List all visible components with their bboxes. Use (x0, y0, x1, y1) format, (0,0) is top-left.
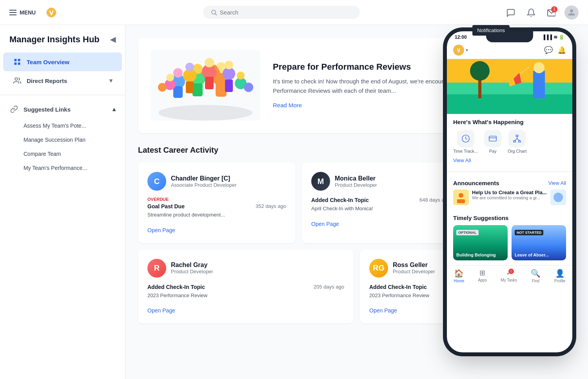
open-page-link-rachel[interactable]: Open Page (147, 307, 175, 314)
mail-icon-button[interactable]: 1 (544, 5, 558, 20)
chat-icon-button[interactable] (503, 5, 517, 20)
sidebar-item-direct-reports[interactable]: Direct Reports ▾ (3, 71, 122, 90)
suggested-links-header[interactable]: Suggested Links ▴ (0, 100, 125, 119)
card-activity-title: Added Check-In Topic (311, 197, 369, 203)
card-activity-desc: April Check-In with Monica! (311, 205, 450, 213)
activity-card-monica: M Monica Beller Product Developer Added … (302, 162, 459, 243)
svg-point-43 (534, 62, 544, 73)
card-days: 352 days ago (256, 203, 286, 209)
phone-chat-icon[interactable]: 💬 (544, 46, 553, 54)
phone-nav-home[interactable]: 🏠 Home (454, 269, 465, 283)
card-name: Rachel Gray (171, 262, 213, 269)
svg-point-33 (166, 74, 174, 81)
timely-card-1[interactable]: NOT STARTED Leave of Abser... (512, 225, 566, 260)
phone-nav-apps-label: Apps (478, 278, 487, 282)
not-started-badge: NOT STARTED (515, 230, 543, 235)
card-activity-title: Added Check-In Topic (147, 284, 205, 290)
apps-icon: ⊞ (479, 269, 485, 277)
find-icon: 🔍 (531, 269, 541, 278)
phone-topbar: ▾ 💬 🔔 (447, 42, 572, 59)
nav-icons: 1 (503, 5, 579, 20)
optional-badge: OPTIONAL (456, 230, 479, 235)
chevron-down-icon: ▾ (109, 77, 113, 84)
card-role: Product Developer (393, 269, 435, 274)
sidebar-divider (0, 95, 125, 95)
announcement-text: Help Us to Create a Great Pla... We are … (472, 190, 547, 200)
phone-time-track-icon[interactable]: Time Track... (453, 130, 478, 153)
phone-nav-find-label: Find (532, 279, 539, 283)
phone-whats-happening: Here's What's Happening Time Track... Pa… (447, 114, 572, 168)
notifications-icon-button[interactable] (524, 5, 538, 20)
phone-divider (447, 171, 572, 172)
suggested-links-title: Suggested Links (24, 106, 71, 113)
sidebar-collapse-button[interactable]: ◀ (110, 35, 116, 44)
card-role: Associate Product Developer (171, 182, 237, 188)
svg-rect-51 (514, 141, 516, 143)
phone-nav-apps[interactable]: ⊞ Apps (478, 269, 487, 283)
open-page-link-chandler[interactable]: Open Page (147, 227, 175, 233)
phone-workday-logo[interactable] (453, 45, 464, 56)
suggested-link-performance[interactable]: My Team's Performance... (0, 161, 125, 175)
phone-nav-tasks[interactable]: ✓ ! My Tasks (501, 269, 517, 283)
announcement-image (550, 190, 566, 205)
svg-rect-16 (192, 83, 203, 96)
timely-card-0[interactable]: OPTIONAL Building Belonging (453, 225, 508, 260)
chevron-up-icon: ▴ (113, 106, 116, 113)
sidebar-item-label: Team Overview (27, 59, 69, 65)
sidebar: Manager Insights Hub ◀ Team Overview Dir… (0, 25, 125, 379)
open-page-link-monica[interactable]: Open Page (311, 221, 339, 227)
phone-view-all-link[interactable]: View All (453, 157, 471, 163)
svg-point-21 (225, 61, 233, 69)
rachel-avatar: R (147, 259, 166, 278)
svg-point-57 (459, 193, 463, 198)
search-icon (211, 9, 217, 16)
phone-timely-suggestions: Timely Suggestions OPTIONAL Building Bel… (447, 210, 572, 265)
hamburger-icon (9, 10, 16, 15)
home-icon: 🏠 (454, 269, 464, 278)
svg-point-35 (158, 83, 167, 92)
phone-nav-profile[interactable]: 👤 Profile (554, 269, 565, 283)
user-avatar[interactable] (564, 5, 579, 20)
card-days: 648 days ago (419, 197, 450, 203)
card-days: 205 days ago (314, 284, 344, 290)
phone-org-chart-label: Org Chart (508, 149, 526, 153)
timely-card-label-1: Leave of Abser... (515, 253, 549, 257)
search-input[interactable] (220, 9, 352, 16)
announcements-view-all[interactable]: View All (548, 180, 566, 186)
svg-rect-22 (225, 79, 233, 92)
top-navigation: MENU 1 (0, 0, 588, 25)
read-more-link[interactable]: Read More (273, 102, 302, 108)
card-activity-row: Added Check-In Topic 205 days ago (147, 284, 344, 290)
workday-logo[interactable] (44, 5, 59, 20)
phone-signal: ▐▐▐ ≋ 🔋 (542, 34, 564, 40)
card-person-info: Ross Geller Product Developer (393, 262, 435, 274)
mail-badge: 1 (551, 6, 557, 13)
svg-line-54 (515, 139, 517, 141)
search-bar[interactable] (203, 6, 360, 19)
suggested-link-succession[interactable]: Manage Succession Plan (0, 133, 125, 147)
suggested-link-compare[interactable]: Compare Team (0, 147, 125, 161)
suggested-link-assess[interactable]: Assess My Team's Pote... (0, 119, 125, 133)
phone-pay-icon[interactable]: Pay (484, 130, 501, 153)
sidebar-item-team-overview[interactable]: Team Overview (3, 52, 122, 71)
svg-point-34 (244, 83, 253, 92)
svg-rect-5 (18, 59, 20, 61)
phone-bell-icon[interactable]: 🔔 (557, 46, 566, 54)
card-name: Monica Beller (335, 175, 377, 182)
phone-frame: 12:00 ▐▐▐ ≋ 🔋 ▾ 💬 🔔 (447, 31, 572, 352)
svg-rect-7 (18, 63, 20, 65)
announcement-item: Help Us to Create a Great Pla... We are … (453, 190, 566, 205)
phone-overlay: 12:00 ▐▐▐ ≋ 🔋 ▾ 💬 🔔 (447, 31, 572, 352)
svg-point-41 (470, 61, 490, 81)
card-person-info: Rachel Gray Product Developer (171, 262, 213, 274)
open-page-link-ross[interactable]: Open Page (369, 307, 397, 314)
svg-rect-42 (533, 71, 545, 98)
phone-nav-home-label: Home (454, 279, 465, 283)
menu-button[interactable]: MENU (9, 9, 36, 16)
card-name: Ross Geller (393, 262, 435, 269)
phone-bottom-navigation: 🏠 Home ⊞ Apps ✓ ! My Tasks 🔍 Find 👤 Prof… (447, 265, 572, 286)
phone-org-chart-icon[interactable]: Org Chart (508, 130, 526, 153)
chandler-avatar: C (147, 172, 166, 191)
overdue-badge: OVERDUE (147, 197, 286, 202)
phone-nav-find[interactable]: 🔍 Find (531, 269, 541, 283)
